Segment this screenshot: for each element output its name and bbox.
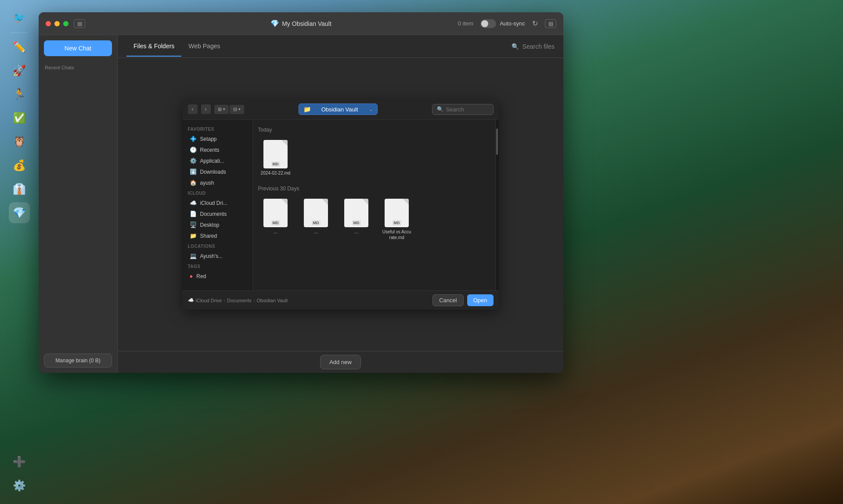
location-selector: 📁 Obsidian Vault ⌄: [248, 104, 429, 115]
recents-icon: 🕐: [190, 147, 197, 153]
cancel-button[interactable]: Cancel: [432, 294, 463, 306]
sidebar-bottom-icons: ➕ ⚙️: [9, 451, 30, 497]
file-name-prev-3: ...: [354, 229, 358, 235]
minimize-button[interactable]: [54, 21, 60, 26]
file-type-prev-3: MD: [352, 220, 361, 225]
finder-item-shared[interactable]: 📁 Shared: [184, 230, 251, 241]
finder-item-icloud-label: iCloud Dri...: [200, 200, 228, 206]
content-area: New Chat Recent Chats Manage brain (0 B)…: [39, 35, 563, 373]
refresh-icon[interactable]: ↻: [532, 19, 538, 28]
file-item-prev-3[interactable]: MD ...: [339, 196, 374, 243]
file-item-prev-1[interactable]: MD ...: [258, 196, 293, 243]
manage-brain-button[interactable]: Manage brain (0 B): [44, 354, 112, 368]
picker-search-input[interactable]: [446, 106, 490, 113]
file-picker: ‹ › ⊞ ▾ ⊟ ▾ 📁 Obsidian Vault ⌄: [183, 99, 499, 310]
picker-search-area[interactable]: 🔍: [432, 104, 494, 115]
autosync-toggle[interactable]: Auto-sync: [480, 19, 525, 28]
file-icon-prev-1: MD: [263, 199, 288, 227]
nav-forward-button[interactable]: ›: [201, 104, 211, 114]
search-files-area[interactable]: 🔍 Search files: [512, 43, 555, 50]
app-icon-money[interactable]: 💰: [9, 155, 30, 176]
finder-sidebar: Favorites 💠 Setapp 🕐 Recents ⚙️: [183, 120, 253, 290]
scrollbar[interactable]: [495, 120, 499, 290]
view-btn-group: ⊞ ▾ ⊟ ▾: [214, 105, 244, 114]
tab-web-pages[interactable]: Web Pages: [181, 36, 227, 57]
close-button[interactable]: [46, 21, 51, 26]
finder-item-setapp-label: Setapp: [200, 136, 217, 142]
sidebar-toggle-icon: ▤: [77, 21, 82, 27]
file-name-prev-1: ...: [274, 229, 277, 235]
file-name-today-1: 2024-02-22.md: [261, 170, 291, 176]
file-icon-prev-2: MD: [304, 199, 328, 227]
sidebar-toggle-button[interactable]: ▤: [74, 19, 85, 28]
finder-item-setapp[interactable]: 💠 Setapp: [184, 133, 251, 144]
app-icon-pencil[interactable]: ✏️: [9, 36, 30, 57]
app-icon-bird[interactable]: 🐦: [9, 7, 30, 28]
finder-item-documents-label: Documents: [200, 211, 227, 217]
title-bar-right: 0 item Auto-sync ↻ ▤: [458, 19, 556, 28]
file-type-prev-4: MD: [393, 220, 401, 225]
settings-app-icon[interactable]: ⚙️: [9, 475, 30, 496]
app-icon-owl[interactable]: 🦉: [9, 131, 30, 152]
finder-item-documents[interactable]: 📄 Documents: [184, 208, 251, 219]
red-tag-icon: ●: [190, 273, 193, 279]
finder-item-desktop[interactable]: 🖥️ Desktop: [184, 219, 251, 230]
app-icon-diamond[interactable]: 💎: [9, 202, 30, 223]
finder-item-icloud-drive[interactable]: ☁️ iCloud Dri...: [184, 197, 251, 208]
desktop-icon: 🖥️: [190, 222, 197, 228]
tags-section-label: Tags: [183, 261, 252, 271]
open-button[interactable]: Open: [467, 294, 494, 306]
main-content: Files & Folders Web Pages 🔍 Search files…: [118, 35, 563, 373]
traffic-lights: [46, 21, 68, 26]
file-picker-footer: ☁️ iCloud Drive › Documents › Obsidian V…: [183, 290, 499, 310]
location-folder-icon: 📁: [303, 106, 311, 113]
finder-item-recents[interactable]: 🕐 Recents: [184, 144, 251, 155]
finder-item-red-tag[interactable]: ● Red: [184, 271, 251, 282]
search-files-label: Search files: [522, 43, 555, 50]
breadcrumb-part-3: Obsidian Vault: [256, 298, 288, 303]
file-type-prev-1: MD: [271, 220, 280, 225]
finder-item-ayush[interactable]: 🏠 ayush: [184, 177, 251, 188]
file-name-prev-4: Useful vs Accurate.md: [382, 229, 412, 240]
app-icon-rocket[interactable]: 🚀: [9, 60, 30, 81]
finder-item-downloads[interactable]: ⬇️ Downloads: [184, 166, 251, 177]
finder-item-ayush-mac[interactable]: 💻 Ayush's...: [184, 250, 251, 261]
scrollbar-thumb[interactable]: [496, 129, 498, 155]
add-app-icon[interactable]: ➕: [9, 451, 30, 472]
app-icon-tie[interactable]: 👔: [9, 179, 30, 200]
breadcrumb-part-2: Documents: [227, 298, 252, 303]
app-icon-check[interactable]: ✅: [9, 107, 30, 129]
file-type-label: MD: [271, 161, 280, 167]
view-list-button[interactable]: ⊟ ▾: [230, 105, 244, 114]
layout-icon: ▤: [548, 21, 553, 27]
window-title-area: 💎 My Obsidian Vault: [270, 19, 331, 28]
layout-toggle-button[interactable]: ▤: [545, 19, 556, 28]
downloads-icon: ⬇️: [190, 168, 197, 175]
breadcrumb-part-1: iCloud Drive: [196, 298, 222, 303]
today-files-grid: MD 2024-02-22.md: [258, 137, 490, 179]
nav-back-button[interactable]: ‹: [188, 104, 198, 114]
breadcrumb-icloud: ☁️: [188, 297, 194, 303]
new-chat-button[interactable]: New Chat: [44, 40, 112, 56]
finder-item-applications[interactable]: ⚙️ Applicati...: [184, 155, 251, 166]
file-picker-toolbar: ‹ › ⊞ ▾ ⊟ ▾ 📁 Obsidian Vault ⌄: [183, 99, 499, 120]
view-grid-button[interactable]: ⊞ ▾: [214, 105, 229, 114]
tab-files-folders[interactable]: Files & Folders: [126, 36, 181, 57]
finder-item-red-label: Red: [196, 273, 206, 279]
breadcrumb-sep-1: ›: [223, 298, 225, 303]
location-dropdown[interactable]: 📁 Obsidian Vault ⌄: [299, 104, 378, 115]
picker-search-icon: 🔍: [437, 106, 443, 112]
toggle-switch[interactable]: [480, 19, 496, 28]
app-icon-runner[interactable]: 🏃: [9, 84, 30, 105]
file-item-today-1[interactable]: MD 2024-02-22.md: [258, 137, 293, 179]
sidebar-spacer: [39, 74, 117, 354]
add-new-button[interactable]: Add new: [320, 355, 361, 369]
file-item-prev-4[interactable]: MD Useful vs Accurate.md: [379, 196, 414, 243]
maximize-button[interactable]: [63, 21, 68, 26]
locations-section-label: Locations: [183, 241, 252, 250]
applications-icon: ⚙️: [190, 157, 197, 164]
finder-item-shared-label: Shared: [200, 233, 217, 239]
previous-30-days-header: Previous 30 Days: [258, 186, 490, 192]
file-item-prev-2[interactable]: MD ...: [299, 196, 334, 243]
file-icon-today-1: MD: [263, 140, 288, 168]
